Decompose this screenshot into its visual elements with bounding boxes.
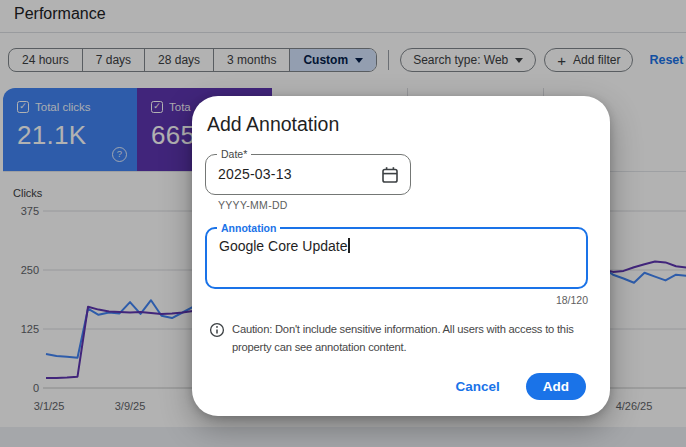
date-input[interactable]: Date* 2025-03-13 bbox=[205, 154, 411, 195]
annotation-label: Annotation bbox=[217, 222, 280, 234]
annotation-textarea[interactable]: Annotation Google Core Update bbox=[205, 227, 588, 289]
annotation-text-value: Google Core Update bbox=[219, 238, 347, 254]
annotation-text: Google Core Update bbox=[219, 238, 350, 254]
date-input-label: Date* bbox=[217, 148, 251, 160]
character-counter: 18/120 bbox=[205, 294, 588, 306]
date-input-value: 2025-03-13 bbox=[218, 166, 292, 182]
text-cursor bbox=[348, 238, 350, 253]
caution-message: Caution: Don't include sensitive informa… bbox=[232, 321, 588, 356]
calendar-icon[interactable] bbox=[381, 166, 399, 184]
info-icon bbox=[209, 322, 225, 338]
add-button[interactable]: Add bbox=[526, 373, 586, 400]
search-console-performance-screen: Performance 24 hours 7 days 28 days 3 mo… bbox=[0, 0, 686, 447]
date-format-helper: YYYY-MM-DD bbox=[218, 199, 288, 211]
add-annotation-dialog: Add Annotation Date* 2025-03-13 YYYY-MM-… bbox=[192, 96, 610, 416]
dialog-actions: Cancel Add bbox=[455, 373, 586, 400]
dialog-title: Add Annotation bbox=[207, 113, 339, 136]
cancel-button[interactable]: Cancel bbox=[455, 379, 499, 394]
